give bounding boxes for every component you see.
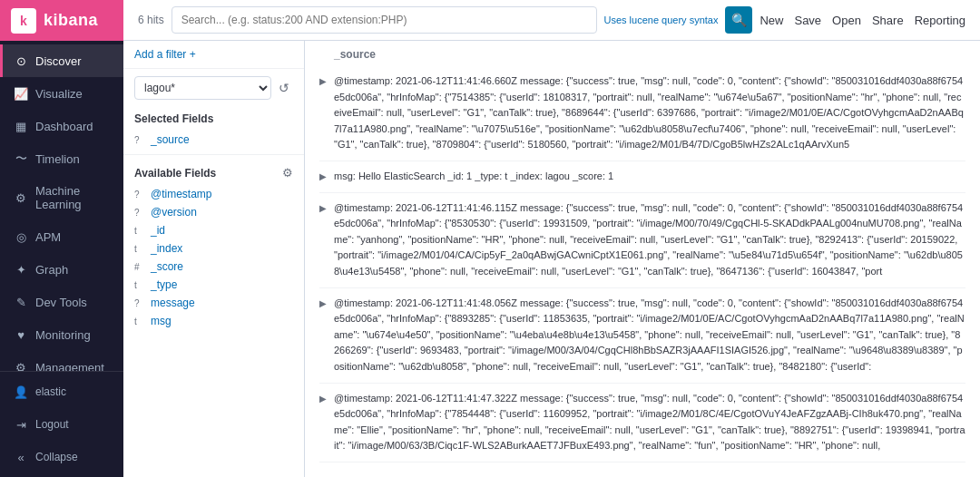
sidebar-item-collapse[interactable]: « Collapse [0, 441, 123, 473]
reporting-button[interactable]: Reporting [915, 14, 965, 27]
field-type-badge: ? [134, 190, 145, 200]
expand-icon[interactable]: ▶ [319, 73, 334, 153]
sidebar-item-monitoring[interactable]: ♥ Monitoring [0, 318, 123, 351]
field-item-version[interactable]: ? @version [123, 203, 304, 221]
sidebar-item-devtools[interactable]: ✎ Dev Tools [0, 286, 123, 318]
field-item-source[interactable]: ? _source [123, 131, 304, 149]
result-content: @timestamp: 2021-06-12T11:41:47.322Z mes… [334, 391, 965, 454]
add-filter-button[interactable]: Add a filter + [134, 48, 196, 61]
open-button[interactable]: Open [832, 14, 861, 27]
field-type-badge: t [134, 244, 145, 254]
field-name: msg [151, 315, 172, 327]
sidebar-item-label: Visualize [35, 87, 83, 101]
ml-icon: ⚙ [14, 190, 28, 205]
available-fields-title: Available Fields [134, 167, 216, 180]
sidebar-item-elastic[interactable]: 👤 elastic [0, 375, 123, 408]
sidebar-item-visualize[interactable]: 📈 Visualize [0, 77, 123, 110]
user-icon: 👤 [14, 385, 28, 399]
fields-settings-icon[interactable]: ⚙ [282, 166, 293, 180]
sidebar-item-discover[interactable]: ⊙ Discover [0, 44, 123, 77]
search-button[interactable]: 🔍 [725, 6, 752, 34]
sidebar-item-logout[interactable]: ⇥ Logout [0, 408, 123, 441]
index-pattern-select[interactable]: lagou* [134, 76, 271, 100]
sidebar-item-label: Management [35, 361, 104, 372]
result-content: @timestamp: 2021-06-12T11:41:48.056Z mes… [334, 296, 965, 375]
field-item-timestamp[interactable]: ? @timestamp [123, 185, 304, 203]
sidebar-item-label: Monitoring [35, 328, 91, 342]
timelion-icon: 〜 [14, 151, 28, 166]
sidebar-item-graph[interactable]: ✦ Graph [0, 253, 123, 286]
devtools-icon: ✎ [14, 295, 28, 309]
sidebar-item-label: APM [35, 230, 61, 244]
table-row: ▶ @timestamp: 2021-06-12T11:41:48.056Z m… [319, 288, 965, 384]
kibana-logo-icon: k [11, 8, 36, 34]
field-name: @timestamp [151, 188, 212, 200]
result-content: msg: Hello ElasticSearch _id: 1 _type: t… [334, 169, 965, 185]
table-row: ▶ msg: Hello ElasticSearch _id: 1 _type:… [319, 161, 965, 193]
expand-icon[interactable]: ▶ [319, 200, 334, 280]
topbar: 6 hits Uses lucene query syntax 🔍 New Sa… [123, 0, 980, 41]
sidebar-item-label: Dashboard [35, 120, 93, 133]
expand-icon[interactable]: ▶ [319, 296, 334, 375]
visualize-icon: 📈 [14, 86, 28, 101]
sidebar-item-label: Collapse [35, 451, 78, 463]
new-button[interactable]: New [760, 14, 783, 27]
save-button[interactable]: Save [794, 14, 821, 27]
dashboard-icon: ▦ [14, 119, 28, 133]
results-panel: _source ▶ @timestamp: 2021-06-12T11:41:4… [305, 41, 980, 477]
field-name: _index [151, 242, 182, 255]
sidebar-item-label: Machine Learning [35, 184, 113, 211]
field-type-badge: ? [134, 298, 145, 308]
sidebar-item-label: Discover [35, 54, 82, 68]
filter-dropdown: lagou* ↺ [134, 76, 293, 100]
table-row: ▶ @timestamp: 2021-06-12T11:41:46.115Z m… [319, 193, 965, 288]
field-item-score[interactable]: # _score [123, 258, 304, 276]
sidebar-item-label: Dev Tools [35, 296, 87, 309]
sidebar-item-apm[interactable]: ◎ APM [0, 220, 123, 253]
field-name: _id [151, 224, 165, 237]
expand-icon[interactable]: ▶ [319, 169, 334, 185]
table-row: ▶ @timestamp: 2021-06-12T11:41:46.660Z m… [319, 66, 965, 161]
search-input[interactable] [172, 6, 597, 34]
selected-fields-title: Selected Fields [123, 107, 304, 131]
sidebar-item-label: Graph [35, 263, 68, 277]
filter-clear-button[interactable]: ↺ [275, 79, 293, 97]
available-fields-header: Available Fields ⚙ [123, 161, 304, 185]
result-content: @timestamp: 2021-06-12T11:41:46.660Z mes… [334, 73, 965, 153]
graph-icon: ✦ [14, 262, 28, 277]
field-item-msg[interactable]: t msg [123, 312, 304, 330]
main-area: 6 hits Uses lucene query syntax 🔍 New Sa… [123, 0, 980, 477]
field-name: @version [151, 206, 197, 219]
lucene-syntax-link[interactable]: Uses lucene query syntax [604, 15, 719, 25]
sidebar-item-timelion[interactable]: 〜 Timelion [0, 142, 123, 175]
field-name: _score [151, 260, 183, 273]
sidebar-bottom: 👤 elastic ⇥ Logout « Collapse [0, 371, 123, 477]
field-item-id[interactable]: t _id [123, 221, 304, 239]
field-name: message [151, 297, 195, 309]
field-item-index[interactable]: t _index [123, 239, 304, 258]
field-type-badge: ? [134, 208, 145, 218]
sidebar-nav: ⊙ Discover 📈 Visualize ▦ Dashboard 〜 Tim… [0, 41, 123, 371]
field-type-badge: # [134, 262, 145, 272]
expand-icon[interactable]: ▶ [319, 391, 334, 454]
sidebar-item-label: elastic [35, 385, 66, 398]
content-area: Add a filter + lagou* ↺ Selected Fields … [123, 41, 980, 477]
filter-bar: Add a filter + [123, 41, 304, 69]
hits-count: 6 hits [138, 14, 164, 26]
sidebar-item-dashboard[interactable]: ▦ Dashboard [0, 110, 123, 142]
logout-icon: ⇥ [14, 417, 28, 432]
field-item-message[interactable]: ? message [123, 294, 304, 312]
left-panel: Add a filter + lagou* ↺ Selected Fields … [123, 41, 305, 477]
field-type-badge: ? [134, 135, 145, 145]
sidebar-item-management[interactable]: ⚙ Management [0, 351, 123, 371]
field-item-type[interactable]: t _type [123, 276, 304, 294]
divider [123, 154, 304, 155]
field-type-badge: t [134, 226, 145, 236]
source-label: _source [319, 48, 965, 61]
field-type-badge: t [134, 280, 145, 290]
monitoring-icon: ♥ [14, 327, 28, 342]
sidebar-item-label: Timelion [35, 152, 80, 166]
field-name: _type [151, 278, 177, 291]
sidebar-item-ml[interactable]: ⚙ Machine Learning [0, 175, 123, 220]
share-button[interactable]: Share [872, 14, 904, 27]
